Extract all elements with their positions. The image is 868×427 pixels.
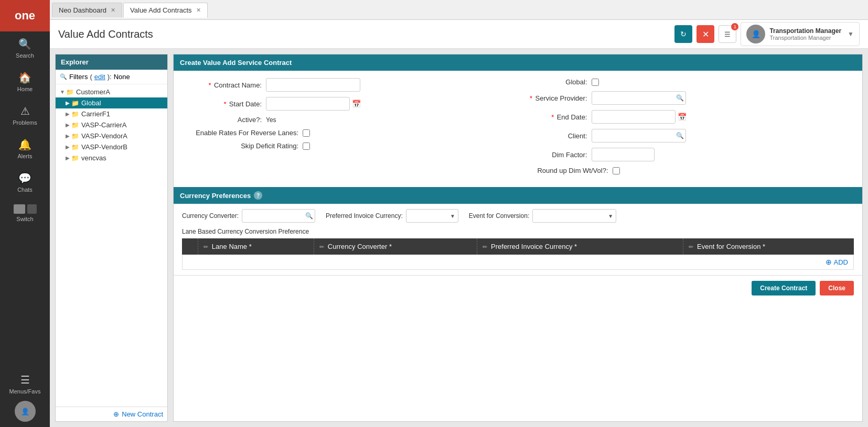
sidebar-label-chats: Chats <box>17 187 33 193</box>
service-provider-search-icon[interactable]: 🔍 <box>676 94 684 102</box>
tree-node-vasp-vendorA[interactable]: ▶ 📁 VASP-VendorA <box>56 130 167 141</box>
client-wrap: 🔍 <box>592 129 686 143</box>
new-contract-link[interactable]: ⊕ New Contract <box>113 411 163 418</box>
tree-node-vasp-vendorB[interactable]: ▶ 📁 VASP-VendorB <box>56 141 167 152</box>
sidebar-item-problems[interactable]: ⚠ Problems <box>0 98 50 132</box>
tree-label-vasp-carrierA: VASP-CarrierA <box>81 121 126 129</box>
form-left-col: * Contract Name: * Start Date: <box>182 78 518 180</box>
service-provider-input[interactable] <box>592 91 686 105</box>
create-contract-button[interactable]: Create Contract <box>752 281 816 295</box>
global-label: Global: <box>518 78 592 86</box>
tree-node-global[interactable]: ▶ 📁 Global <box>56 97 167 108</box>
sidebar-item-chats[interactable]: 💬 Chats <box>0 166 50 199</box>
tab-value-close[interactable]: ✕ <box>196 7 201 14</box>
form-row-client: Client: 🔍 <box>518 129 854 143</box>
sidebar-label-menus: Menus/Favs <box>9 388 41 395</box>
tree-expander-vencvas: ▶ <box>64 155 71 161</box>
start-date-wrap: 📅 <box>266 97 361 111</box>
avatar-icon: 👤 <box>21 408 29 415</box>
tab-value-add[interactable]: Value Add Contracts ✕ <box>123 3 208 18</box>
tab-neo-close[interactable]: ✕ <box>111 7 115 14</box>
lane-section: Lane Based Currency Conversion Preferenc… <box>174 228 862 275</box>
skip-deficit-checkbox[interactable] <box>303 143 310 150</box>
sidebar: one 🔍 Search 🏠 Home ⚠ Problems 🔔 Alerts … <box>0 0 50 427</box>
currency-converter-search-icon[interactable]: 🔍 <box>305 212 313 220</box>
sidebar-item-search[interactable]: 🔍 Search <box>0 31 50 65</box>
roundup-checkbox[interactable] <box>613 167 620 174</box>
tree-label-carrierF1: CarrierF1 <box>81 110 110 118</box>
sidebar-label-problems: Problems <box>13 119 37 126</box>
sidebar-item-menus[interactable]: ☰ Menus/Favs <box>0 367 50 401</box>
tab-neo-dashboard[interactable]: Neo Dashboard ✕ <box>52 3 122 17</box>
currency-help-icon[interactable]: ? <box>254 191 262 200</box>
skip-deficit-label: Skip Deficit Rating: <box>182 142 303 150</box>
close-action-button[interactable]: Close <box>820 281 854 295</box>
end-date-calendar-icon[interactable]: 📅 <box>678 113 687 121</box>
event-conversion-label: Event for Conversion: <box>469 212 529 220</box>
active-label: Active?: <box>182 116 266 124</box>
sidebar-item-home[interactable]: 🏠 Home <box>0 65 50 98</box>
tree-expander-vasp-carrierA: ▶ <box>64 122 71 128</box>
tab-value-label: Value Add Contracts <box>130 6 192 14</box>
hamburger-icon: ☰ <box>724 30 731 38</box>
sidebar-label-alerts: Alerts <box>17 153 32 159</box>
start-date-calendar-icon[interactable]: 📅 <box>352 100 361 108</box>
explorer-filters: 🔍 Filters ( edit ): None <box>56 70 167 84</box>
contract-name-input[interactable] <box>266 78 360 92</box>
menu-button[interactable]: ☰ 1 <box>719 25 736 43</box>
tree-label-customerA: CustomerA <box>76 88 110 96</box>
user-role: Transportation Manager <box>769 35 841 41</box>
global-checkbox[interactable] <box>592 79 599 86</box>
close-button[interactable]: ✕ <box>696 25 714 43</box>
refresh-button[interactable]: ↻ <box>674 25 692 43</box>
app-logo: one <box>0 0 50 31</box>
client-input[interactable] <box>592 129 686 143</box>
preferred-invoice-select[interactable] <box>406 209 458 223</box>
tree-node-vasp-carrierA[interactable]: ▶ 📁 VASP-CarrierA <box>56 119 167 130</box>
filters-edit-link[interactable]: edit <box>94 73 105 81</box>
tree-label-vasp-vendorB: VASP-VendorB <box>81 143 127 151</box>
start-date-label: * Start Date: <box>182 100 266 108</box>
enable-rates-label: Enable Rates For Reverse Lanes: <box>182 129 303 137</box>
menu-icon: ☰ <box>20 374 30 386</box>
main-content: Neo Dashboard ✕ Value Add Contracts ✕ Va… <box>50 0 868 427</box>
explorer-header: Explorer <box>56 54 167 70</box>
search-icon: 🔍 <box>18 38 31 50</box>
tree-label-global: Global <box>81 99 101 107</box>
tree-expander-vasp-vendorB: ▶ <box>64 144 71 150</box>
lane-col-event-header: ✏ Event for Conversion * <box>683 238 854 255</box>
folder-icon-vasp-vendorB: 📁 <box>71 144 79 151</box>
form-right-col: Global: * Service Provider: <box>518 78 854 180</box>
filter-icon: 🔍 <box>60 73 67 80</box>
required-star-1: * <box>209 81 211 89</box>
tree-node-carrierF1[interactable]: ▶ 📁 CarrierF1 <box>56 108 167 119</box>
sidebar-bottom: ☰ Menus/Favs 👤 <box>0 367 50 427</box>
required-star-3: * <box>530 94 532 102</box>
currency-title: Currency Preferences <box>180 192 251 200</box>
form-row-end-date: * End Date: 📅 <box>518 110 854 124</box>
event-conversion-select[interactable] <box>532 209 616 223</box>
header-bar: Value Add Contracts ↻ ✕ ☰ 1 👤 Transporta… <box>50 20 868 49</box>
tree-node-customerA[interactable]: ▼ 📁 CustomerA <box>56 86 167 97</box>
explorer-panel: Explorer 🔍 Filters ( edit ): None ▼ 📁 Cu… <box>55 54 168 422</box>
lane-table: ✏ Lane Name * ✏ Currency Converter * ✏ P… <box>182 238 854 255</box>
end-date-input[interactable] <box>592 110 676 124</box>
add-button[interactable]: ⊕ ADD <box>826 258 848 266</box>
form-row-global: Global: <box>518 78 854 86</box>
preferred-invoice-select-wrap: ▼ <box>406 209 458 223</box>
form-row-enable-rates: Enable Rates For Reverse Lanes: <box>182 129 518 137</box>
currency-converter-input[interactable] <box>242 209 315 223</box>
user-info[interactable]: 👤 Transportation Manager Transportation … <box>741 22 860 46</box>
enable-rates-checkbox[interactable] <box>303 129 310 137</box>
client-search-icon[interactable]: 🔍 <box>676 132 684 139</box>
dim-factor-input[interactable] <box>592 148 655 161</box>
start-date-input[interactable] <box>266 97 350 111</box>
service-provider-label: * Service Provider: <box>518 94 592 102</box>
tree-node-vencvas[interactable]: ▶ 📁 vencvas <box>56 152 167 163</box>
lane-table-header-row: ✏ Lane Name * ✏ Currency Converter * ✏ P… <box>182 238 854 255</box>
user-avatar-sidebar[interactable]: 👤 <box>15 401 36 422</box>
sidebar-item-switch[interactable]: Switch <box>0 199 50 227</box>
user-text-block: Transportation Manager Transportation Ma… <box>769 27 841 41</box>
client-label: Client: <box>518 132 592 140</box>
sidebar-item-alerts[interactable]: 🔔 Alerts <box>0 132 50 166</box>
